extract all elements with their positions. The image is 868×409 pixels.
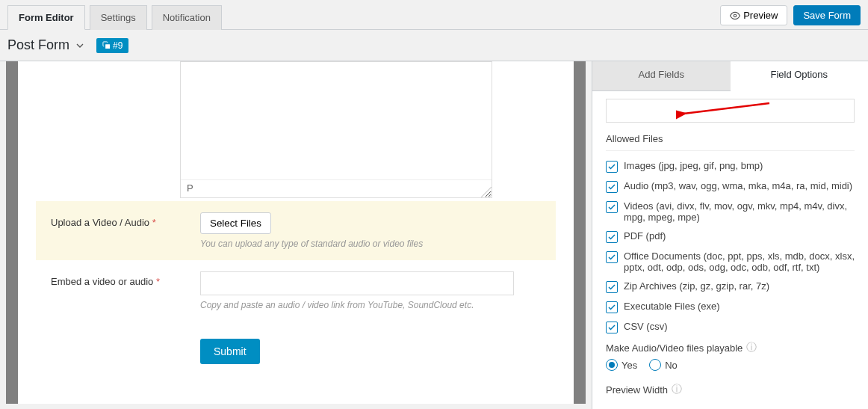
radio-yes[interactable]: Yes xyxy=(606,359,637,371)
upload-help-text: You can upload any type of standard audi… xyxy=(200,239,541,249)
checkbox-icon[interactable] xyxy=(606,161,618,173)
allowed-files-label: Allowed Files xyxy=(606,133,855,151)
chk-label: Zip Archives (zip, gz, gzip, rar, 7z) xyxy=(624,280,769,292)
form-editor: P Upload a Video / Audio * Select Files … xyxy=(0,61,592,409)
playable-radios: Yes No xyxy=(606,359,855,371)
embed-input[interactable] xyxy=(200,271,514,295)
main-tabs: Form Editor Settings Notification xyxy=(7,5,226,29)
tab-form-editor[interactable]: Form Editor xyxy=(7,5,85,30)
save-button[interactable]: Save Form xyxy=(793,5,861,25)
post-count-badge[interactable]: #9 xyxy=(96,38,128,53)
upload-field-row[interactable]: Upload a Video / Audio * Select Files Yo… xyxy=(36,201,556,260)
form-title-text: Post Form xyxy=(7,37,69,53)
radio-label: No xyxy=(665,360,678,371)
checkbox-icon[interactable] xyxy=(606,181,618,193)
copy-icon xyxy=(102,41,111,49)
form-title[interactable]: Post Form xyxy=(7,37,86,53)
submit-row: Submit xyxy=(36,322,556,375)
wysiwyg-editor[interactable]: P xyxy=(180,61,492,198)
chk-exe[interactable]: Executable Files (exe) xyxy=(606,301,855,313)
chk-office[interactable]: Office Documents (doc, ppt, pps, xls, md… xyxy=(606,250,855,273)
playable-label: Make Audio/Video files playable ⓘ xyxy=(606,341,855,354)
panel-tabs: Add Fields Field Options xyxy=(592,61,868,91)
help-icon[interactable]: ⓘ xyxy=(746,341,757,354)
embed-field-body: Copy and paste an audio / video link fro… xyxy=(200,271,541,310)
tab-settings[interactable]: Settings xyxy=(90,5,147,30)
top-actions: Preview Save Form xyxy=(720,5,861,29)
radio-icon[interactable] xyxy=(649,359,661,371)
embed-field-row[interactable]: Embed a video or audio * Copy and paste … xyxy=(36,260,556,322)
chk-pdf[interactable]: PDF (pdf) xyxy=(606,230,855,243)
submit-button[interactable]: Submit xyxy=(200,339,260,364)
embed-field-label: Embed a video or audio * xyxy=(51,271,185,310)
chk-csv[interactable]: CSV (csv) xyxy=(606,321,855,333)
chk-videos[interactable]: Videos (avi, divx, flv, mov, ogv, mkv, m… xyxy=(606,200,855,223)
resize-handle-icon[interactable] xyxy=(481,187,492,197)
tab-add-fields[interactable]: Add Fields xyxy=(592,61,731,91)
radio-label: Yes xyxy=(621,360,637,371)
upload-field-label: Upload a Video / Audio * xyxy=(51,212,185,249)
chk-label: Images (jpg, jpeg, gif, png, bmp) xyxy=(624,160,763,171)
radio-no[interactable]: No xyxy=(649,359,678,371)
svg-point-0 xyxy=(734,14,737,17)
checkbox-icon[interactable] xyxy=(606,251,618,263)
chk-images[interactable]: Images (jpg, jpeg, gif, png, bmp) xyxy=(606,160,855,173)
sub-bar: Post Form #9 xyxy=(0,30,868,61)
post-count-text: #9 xyxy=(113,40,123,51)
svg-rect-1 xyxy=(105,44,110,49)
eye-icon xyxy=(730,10,740,21)
select-files-button[interactable]: Select Files xyxy=(200,212,271,234)
preview-button[interactable]: Preview xyxy=(720,5,787,25)
embed-help-text: Copy and paste an audio / video link fro… xyxy=(200,300,541,310)
chk-label: Audio (mp3, wav, ogg, wma, mka, m4a, ra,… xyxy=(624,180,852,191)
chk-label: Videos (avi, divx, flv, mov, ogv, mkv, m… xyxy=(624,200,855,223)
checkbox-icon[interactable] xyxy=(606,322,618,333)
help-icon[interactable]: ⓘ xyxy=(672,383,682,396)
chevron-down-icon xyxy=(74,40,86,52)
chk-label: Office Documents (doc, ppt, pps, xls, md… xyxy=(624,250,855,273)
option-text-input[interactable] xyxy=(606,99,855,123)
chk-label: CSV (csv) xyxy=(624,321,668,332)
preview-width-label: Preview Width ⓘ xyxy=(606,383,855,396)
upload-field-body: Select Files You can upload any type of … xyxy=(200,212,541,249)
tab-notification[interactable]: Notification xyxy=(152,5,222,30)
chk-label: Executable Files (exe) xyxy=(624,301,720,312)
preview-label: Preview xyxy=(743,10,778,21)
checkbox-icon[interactable] xyxy=(606,301,618,313)
tab-field-options[interactable]: Field Options xyxy=(731,61,869,91)
editor-status: P xyxy=(181,179,492,197)
checkbox-icon[interactable] xyxy=(606,281,618,293)
allowed-files-list: Images (jpg, jpeg, gif, png, bmp) Audio … xyxy=(606,160,855,333)
chk-zip[interactable]: Zip Archives (zip, gz, gzip, rar, 7z) xyxy=(606,280,855,293)
radio-icon[interactable] xyxy=(606,359,618,371)
panel-body: Allowed Files Images (jpg, jpeg, gif, pn… xyxy=(592,91,868,409)
checkbox-icon[interactable] xyxy=(606,201,618,213)
right-panel: Add Fields Field Options Allowed Files I… xyxy=(592,61,868,409)
chk-audio[interactable]: Audio (mp3, wav, ogg, wma, mka, m4a, ra,… xyxy=(606,180,855,193)
chk-label: PDF (pdf) xyxy=(624,230,666,242)
main-wrap: P Upload a Video / Audio * Select Files … xyxy=(0,61,868,409)
checkbox-icon[interactable] xyxy=(606,231,618,243)
preview-frame: P Upload a Video / Audio * Select Files … xyxy=(6,61,586,404)
top-bar: Form Editor Settings Notification Previe… xyxy=(0,0,868,30)
